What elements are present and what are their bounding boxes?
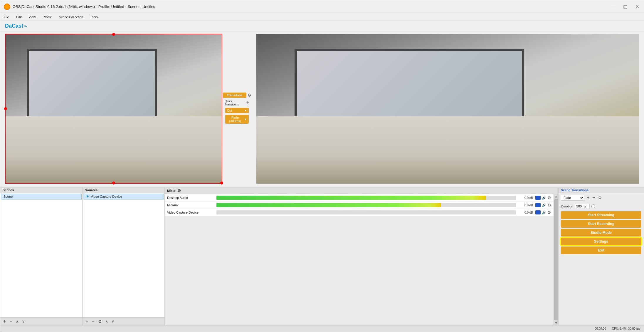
mixer-scrollbar[interactable]: ▲ ▼ [554,194,558,325]
exit-button[interactable]: Exit [561,247,641,254]
fade-dropdown[interactable]: Fade (300ms) ▼ [225,115,249,124]
mixer-mic-aux-gear-icon[interactable]: ⚙ [547,203,551,207]
cam-wall-right [256,116,639,184]
sources-panel-header: Sources [83,187,164,193]
scene-transitions-panel: Scene Transitions Fade + − ⚙ Duration St [559,187,644,325]
speaker-icon-video[interactable]: 🔊 [542,210,546,214]
menu-edit[interactable]: Edit [15,15,23,19]
mixer-header: Mixer ⚙ [165,187,558,194]
start-streaming-button[interactable]: Start Streaming [561,211,641,219]
scene-item[interactable]: Scene [1,194,82,199]
fade-label: Fade (300ms) [227,116,243,123]
fade-caret-icon: ▼ [244,118,247,121]
move-scene-down-button[interactable]: ∨ [21,319,25,324]
preview-right [256,34,639,184]
window-title: OBS|DaCast Studio 0.16.2.dc.1 (64bit, wi… [13,4,610,9]
fade-row: Fade (300ms) ▼ [225,115,249,124]
mixer-desktop-audio-bar [216,196,486,200]
scenes-panel-content: Scene [0,193,82,317]
mixer-video-capture-controls: 🔊 ⚙ [535,210,551,215]
preview-left [5,34,222,184]
menu-scene-collection[interactable]: Scene Collection [58,15,85,19]
sources-panel-footer: + − ⚙ ∧ ∨ [83,317,164,325]
mixer-mic-aux-db: 0.0 dB [518,204,533,207]
mixer-mic-aux-bar [216,203,441,207]
mixer-rows: Desktop Audio 0.0 dB 🔊 ⚙ [165,194,554,325]
mixer-mic-aux-vol-button[interactable] [535,203,541,207]
source-settings-button[interactable]: ⚙ [97,319,102,324]
preview-area: Transition ⚙ Quick Transitions + Cut ▼ F… [0,31,644,187]
add-scene-button[interactable]: + [3,318,6,324]
mixer-desktop-audio-label: Desktop Audio [167,196,214,199]
logo-wave: ∿ [24,24,27,28]
fade-select[interactable]: Fade [561,195,584,201]
main-content: Transition ⚙ Quick Transitions + Cut ▼ F… [0,31,644,332]
title-bar: OBS|DaCast Studio 0.16.2.dc.1 (64bit, wi… [0,0,644,13]
menu-profile[interactable]: Profile [41,15,53,19]
maximize-button[interactable]: ▢ [622,4,629,9]
move-scene-up-button[interactable]: ∧ [15,319,19,324]
duration-input[interactable] [575,204,590,209]
mixer-desktop-audio-vol-button[interactable] [535,196,541,200]
add-transition-button[interactable]: + [586,195,590,201]
move-source-up-button[interactable]: ∧ [105,319,109,324]
move-source-down-button[interactable]: ∨ [111,319,115,324]
menu-bar: File Edit View Profile Scene Collection … [0,13,644,21]
control-buttons: Start Streaming Start Recording Studio M… [559,210,644,325]
duration-radio[interactable] [591,204,595,208]
mixer-mic-aux-controls: 🔊 ⚙ [535,203,551,207]
source-item-label: Video Capture Device [91,195,122,198]
sources-label: Sources [85,188,97,192]
mixer-desktop-audio-gear-icon[interactable]: ⚙ [547,195,551,200]
scenes-panel-header: Scenes [0,187,82,193]
mixer-video-capture-vol-button[interactable] [535,210,541,214]
mixer-gear-icon[interactable]: ⚙ [177,188,181,193]
mixer-row-desktop-audio: Desktop Audio 0.0 dB 🔊 ⚙ [165,194,554,202]
mixer-video-capture-label: Video Capture Device [167,211,214,214]
main-window: OBS|DaCast Studio 0.16.2.dc.1 (64bit, wi… [0,0,644,332]
transition-button[interactable]: Transition [223,93,246,98]
transitions-inner: Fade + − ⚙ [559,193,644,202]
mixer-scroll-area: Desktop Audio 0.0 dB 🔊 ⚙ [165,194,558,325]
settings-button[interactable]: Settings [561,238,641,245]
mixer-video-capture-db: 0.0 dB [518,211,533,214]
start-recording-button[interactable]: Start Recording [561,220,641,228]
remove-scene-button[interactable]: − [9,318,13,324]
add-quick-transition-button[interactable]: + [246,100,249,106]
menu-view[interactable]: View [28,15,37,19]
cam-wall [5,116,222,184]
transitions-duration: Duration [559,202,644,210]
scenes-label: Scenes [3,188,14,192]
remove-transition-button[interactable]: − [592,195,596,201]
mixer-desktop-audio-db: 0.0 dB [518,196,533,199]
cut-dropdown[interactable]: Cut ▼ [225,108,249,113]
remove-source-button[interactable]: − [91,318,95,324]
scene-transitions-label: Scene Transitions [561,188,588,192]
source-item[interactable]: 👁 Video Capture Device [83,194,164,199]
quick-transitions-label: Quick Transitions [225,100,245,106]
transition-settings-gear-icon[interactable]: ⚙ [598,195,603,200]
transition-row: Transition ⚙ [223,93,251,98]
menu-tools[interactable]: Tools [89,15,99,19]
scroll-thumb[interactable] [554,199,558,320]
transition-gear-icon[interactable]: ⚙ [248,93,251,98]
close-button[interactable]: ✕ [634,4,640,9]
speaker-icon-desktop[interactable]: 🔊 [542,196,546,200]
eye-icon: 👁 [86,195,89,198]
mixer-mic-aux-label: Mic/Aux [167,203,214,207]
scroll-up-icon[interactable]: ▲ [554,194,558,199]
scenes-panel-footer: + − ∧ ∨ [0,317,82,325]
studio-mode-button[interactable]: Studio Mode [561,229,641,237]
window-controls[interactable]: — ▢ ✕ [610,4,640,9]
mixer-video-capture-gear-icon[interactable]: ⚙ [547,210,551,215]
duration-label: Duration [561,204,573,208]
bottom-panels: Scenes Scene + − ∧ ∨ Sources [0,187,644,325]
sources-panel: Sources 👁 Video Capture Device + − ⚙ ∧ ∨ [83,187,165,325]
cut-row: Cut ▼ [225,108,249,113]
menu-file[interactable]: File [3,15,10,19]
add-source-button[interactable]: + [85,318,89,324]
sources-panel-content: 👁 Video Capture Device [83,193,164,317]
minimize-button[interactable]: — [610,4,617,9]
speaker-icon-mic[interactable]: 🔊 [542,203,546,207]
scroll-down-icon[interactable]: ▼ [554,321,558,325]
